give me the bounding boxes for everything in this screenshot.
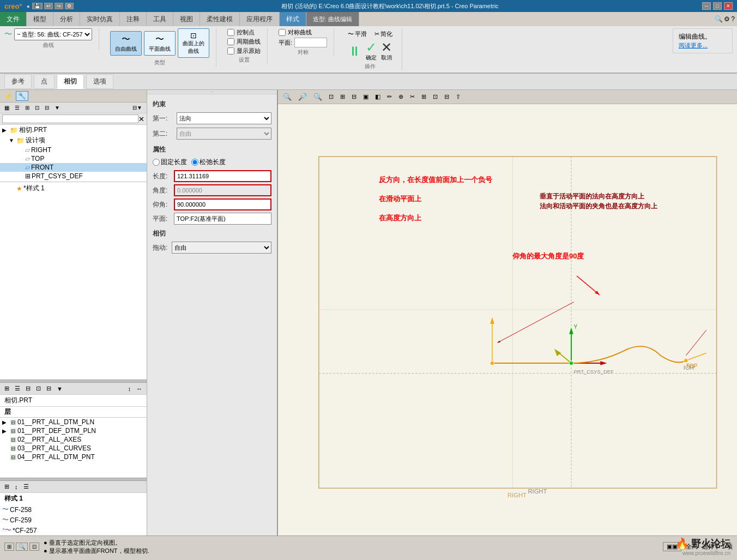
fixed-length-radio-label[interactable]: 固定长度 (153, 158, 187, 167)
canvas-btn-11[interactable]: ⊟ (442, 91, 452, 103)
curve-cf259[interactable]: 〜 CF-259 (0, 515, 147, 525)
sym-curve-label[interactable]: 对称曲线 (279, 28, 312, 37)
show-origin-check[interactable] (227, 47, 234, 55)
style-tree-btn1[interactable]: ⊞ (2, 482, 11, 491)
elevation-input[interactable] (174, 198, 271, 210)
canvas-btn-zoom-fit[interactable]: 🔍 (280, 91, 294, 103)
tree-item-design[interactable]: ▼ 📁 设计项 (0, 135, 147, 146)
canvas-btn-zoom-out[interactable]: 🔍 (311, 91, 325, 103)
control-points-check[interactable] (227, 29, 234, 36)
tab-style[interactable]: 样式 (280, 12, 306, 26)
tree-toolbar-filter[interactable]: ⊟▼ (130, 104, 144, 112)
canvas-btn-12[interactable]: ⇧ (453, 91, 463, 103)
elastic-length-radio-label[interactable]: 松弛长度 (191, 158, 226, 167)
curve-selector[interactable]: ~ 造型: 56: 曲线: CF-257 (14, 28, 92, 40)
quick-misc-btn[interactable]: ⚙ (65, 3, 74, 9)
curve-cf258[interactable]: 〜 CF-258 (0, 504, 147, 515)
quick-save-btn[interactable]: 💾 (32, 3, 43, 9)
curve-cf257[interactable]: ˣ〜 *CF-257 (0, 525, 147, 535)
tab-simulation[interactable]: 实时仿真 (80, 12, 120, 26)
status-btn1[interactable]: ⊞ (4, 543, 14, 551)
status-btn3[interactable]: ⊡ (29, 543, 39, 551)
tree2-btn6[interactable]: ▼ (55, 384, 65, 393)
canvas-btn-2[interactable]: ⊞ (337, 91, 348, 103)
restore-button[interactable]: □ (713, 2, 722, 10)
loop-label[interactable]: 周期曲线 (227, 38, 261, 46)
canvas-btn-4[interactable]: ▣ (360, 91, 371, 103)
tree-item-right[interactable]: ▱ RIGHT (0, 146, 147, 154)
minimize-button[interactable]: ─ (702, 2, 711, 10)
help-icon[interactable]: ? (731, 15, 735, 23)
tab-curve-edit[interactable]: 造型: 曲线编辑 (306, 12, 359, 26)
quick-redo-btn[interactable]: ↪ (55, 3, 63, 9)
tree-item-top[interactable]: ▱ TOP (0, 154, 147, 163)
tree2-btn3[interactable]: ⊟ (23, 384, 33, 393)
tree-toolbar-btn3[interactable]: ⊞ (23, 104, 32, 112)
tree2-btn7[interactable]: ↕ (126, 384, 134, 393)
viewport[interactable]: Y PRT_CSYS_DEF IOR RIGHT TOP (278, 104, 737, 535)
status-btn2[interactable]: 🔍 (16, 543, 28, 551)
search-icon[interactable]: 🔍 (715, 15, 723, 23)
loop-check[interactable] (227, 38, 234, 45)
tree-toolbar-btn2[interactable]: ☰ (13, 104, 22, 112)
settings-icon[interactable]: ⚙ (724, 15, 730, 23)
cancel-btn[interactable]: ✕ (381, 41, 392, 54)
tree2-btn4[interactable]: ⊡ (34, 384, 43, 393)
tree2-btn5[interactable]: ⊟ (44, 384, 53, 393)
sym-curve-check[interactable] (279, 29, 286, 36)
quick-undo-btn[interactable]: ↩ (44, 3, 53, 9)
tree2-btn1[interactable]: ⊞ (2, 384, 11, 393)
simplify-btn[interactable]: ✂ 简化 (372, 28, 395, 40)
pause-btn[interactable]: ⏸ (348, 45, 361, 58)
style-tree-btn2[interactable]: ↕ (13, 483, 20, 491)
canvas-btn-zoom-in[interactable]: 🔎 (295, 91, 310, 103)
sym-plane-input[interactable] (294, 38, 327, 47)
tab-model[interactable]: 模型 (27, 12, 53, 26)
second-constraint-select[interactable]: 自由 (177, 128, 271, 140)
tab-apps[interactable]: 应用程序 (240, 12, 280, 26)
tab-annotation[interactable]: 注释 (120, 12, 147, 26)
layer-item-3[interactable]: ⊟ 02__PRT_ALL_AXES (0, 435, 147, 444)
control-points-label[interactable]: 控制点 (227, 28, 255, 37)
layer-item-4[interactable]: ⊟ 03__PRT_ALL_CURVES (0, 444, 147, 453)
tab-analysis[interactable]: 分析 (53, 12, 80, 26)
tree-item-style1[interactable]: ★ *样式 1 (0, 183, 147, 194)
tab-reference[interactable]: 参考 (4, 74, 32, 89)
tree-toolbar-btn5[interactable]: ⊟ (43, 104, 51, 112)
tab-tools[interactable]: 工具 (147, 12, 173, 26)
canvas-btn-7[interactable]: ⊕ (396, 91, 406, 103)
surface-curve-btn[interactable]: ⊡ 曲面上的曲线 (178, 28, 209, 58)
tab-file[interactable]: 文件 (0, 12, 27, 26)
tab-view[interactable]: 视图 (173, 12, 200, 26)
tab-tangent[interactable]: 相切 (57, 74, 84, 89)
show-origin-label[interactable]: 显示原始 (227, 47, 261, 55)
length-input[interactable] (174, 170, 271, 182)
smooth-btn[interactable]: 〜 平滑 (345, 28, 370, 40)
layer-item-1[interactable]: ▶ ⊟ 01__PRT_ALL_DTM_PLN (0, 418, 147, 426)
tree-toolbar-btn4[interactable]: ⊡ (33, 104, 41, 112)
canvas-btn-6[interactable]: ✏ (384, 91, 395, 103)
fixed-length-radio[interactable] (153, 159, 160, 166)
angle-input[interactable] (174, 184, 271, 196)
first-constraint-select[interactable]: 法向 自由 相切 (177, 112, 271, 124)
search-clear-btn[interactable]: ✕ (138, 115, 144, 123)
canvas-btn-3[interactable]: ⊟ (349, 91, 359, 103)
props-drag-handle[interactable]: ··· (147, 90, 277, 94)
sidebar-icon-2[interactable]: 🔧 (16, 91, 28, 101)
sidebar-icon-1[interactable]: ⚡ (2, 91, 15, 101)
tree-item-csys[interactable]: ⊞ PRT_CSYS_DEF (0, 172, 147, 180)
read-more-link[interactable]: 阅读更多... (679, 42, 708, 49)
tree2-btn8[interactable]: ↔ (134, 384, 144, 393)
tree-item-root[interactable]: ▶ 📁 相切.PRT (0, 125, 147, 135)
tree-toolbar-btn1[interactable]: ▦ (2, 104, 11, 112)
tree2-btn2[interactable]: ☰ (13, 384, 22, 393)
plane-input[interactable] (174, 213, 271, 225)
canvas-btn-8[interactable]: ✂ (407, 91, 418, 103)
canvas-btn-9[interactable]: ⊞ (419, 91, 429, 103)
canvas-btn-10[interactable]: ⊡ (430, 91, 440, 103)
close-button[interactable]: ✕ (724, 2, 733, 10)
tree-toolbar-btn6[interactable]: ▼ (52, 104, 62, 112)
tab-flex[interactable]: 柔性建模 (200, 12, 240, 26)
drag-select[interactable]: 自由 (172, 242, 271, 254)
canvas-btn-5[interactable]: ◧ (372, 91, 383, 103)
